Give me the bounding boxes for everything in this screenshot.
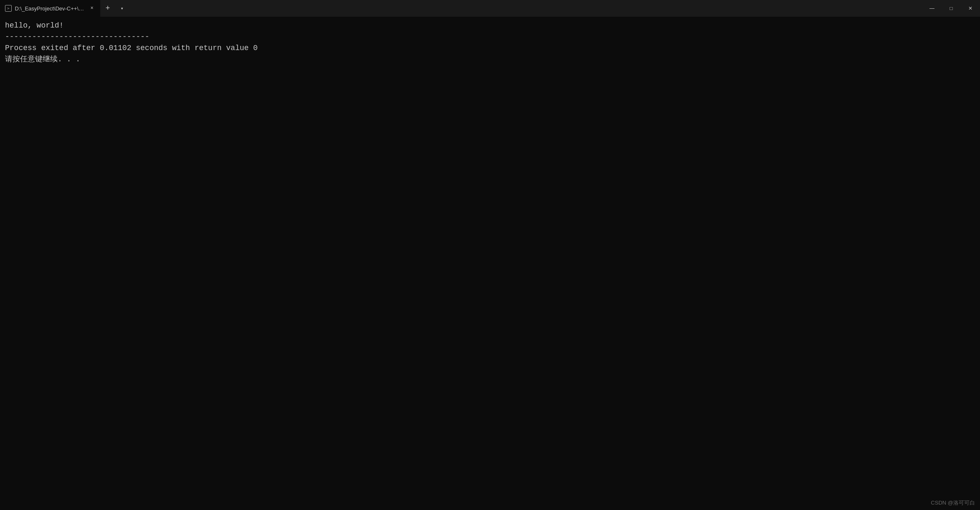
terminal-line: hello, world! bbox=[5, 20, 975, 31]
maximize-button[interactable]: □ bbox=[942, 0, 961, 17]
minimize-button[interactable]: — bbox=[922, 0, 942, 17]
terminal-line: 请按任意键继续. . . bbox=[5, 54, 975, 65]
tab-close-button[interactable]: × bbox=[89, 5, 95, 12]
terminal-icon bbox=[5, 5, 12, 12]
terminal-line: -------------------------------- bbox=[5, 31, 975, 43]
tab-area: D:\_EasyProject\Dev-C++\Cor × + ▾ bbox=[0, 0, 922, 17]
terminal-content: hello, world!---------------------------… bbox=[0, 17, 980, 510]
new-tab-button[interactable]: + bbox=[100, 0, 115, 17]
titlebar: D:\_EasyProject\Dev-C++\Cor × + ▾ — □ ✕ bbox=[0, 0, 980, 17]
window-controls: — □ ✕ bbox=[922, 0, 980, 17]
tab-title: D:\_EasyProject\Dev-C++\Cor bbox=[15, 5, 85, 12]
tab-dropdown-button[interactable]: ▾ bbox=[115, 0, 129, 17]
active-tab[interactable]: D:\_EasyProject\Dev-C++\Cor × bbox=[0, 0, 100, 17]
close-button[interactable]: ✕ bbox=[961, 0, 980, 17]
terminal-line: Process exited after 0.01102 seconds wit… bbox=[5, 43, 975, 54]
